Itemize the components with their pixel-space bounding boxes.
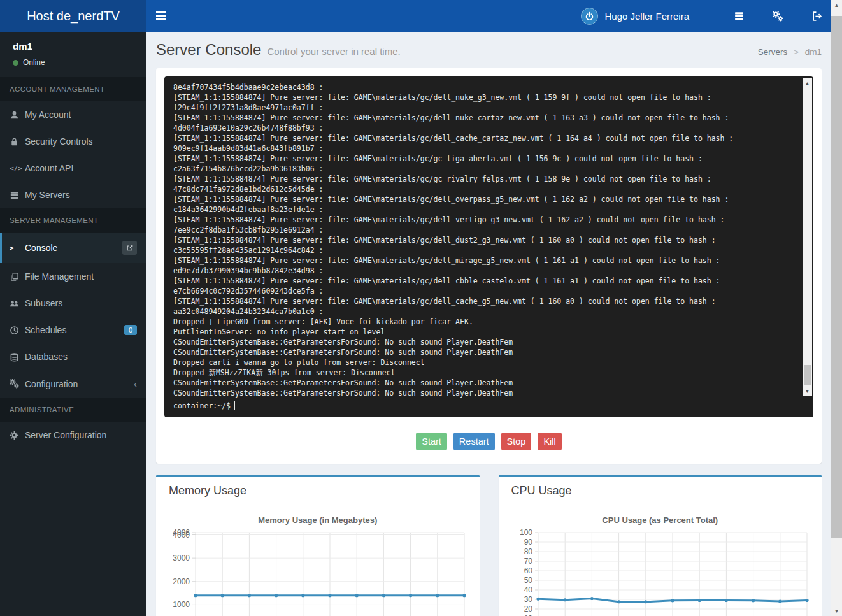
sidebar-toggle-button[interactable] bbox=[146, 0, 176, 32]
scroll-down-arrow-icon[interactable]: ▼ bbox=[803, 387, 812, 396]
svg-text:60: 60 bbox=[524, 566, 532, 575]
brand-title: Host de_nerdTV bbox=[27, 9, 120, 24]
sidebar-section-header: ACCOUNT MANAGEMENT bbox=[0, 77, 146, 101]
console-line: 4d004f1a693e10a29c26b4748f88bf93 : bbox=[173, 123, 804, 133]
sidebar-item-file-management[interactable]: File Management bbox=[0, 263, 146, 290]
sidebar-item-server-configuration[interactable]: Server Configuration bbox=[0, 422, 146, 448]
cpu-panel-title: CPU Usage bbox=[499, 477, 822, 505]
console-line: c184a3642990b4d2febaaf8a23efde1e : bbox=[173, 204, 804, 215]
schedules-badge: 0 bbox=[124, 325, 137, 335]
sidebar-item-security-controls[interactable]: Security Controls bbox=[0, 128, 146, 155]
start-button[interactable]: Start bbox=[416, 433, 447, 450]
sidebar-item-subusers[interactable]: Subusers bbox=[0, 290, 146, 317]
servers-icon[interactable] bbox=[734, 11, 745, 22]
breadcrumb-current: dm1 bbox=[805, 47, 822, 57]
breadcrumb-servers-link[interactable]: Servers bbox=[758, 47, 788, 57]
power-avatar-icon bbox=[581, 8, 598, 25]
scroll-up-arrow-icon[interactable]: ▲ bbox=[831, 0, 842, 10]
restart-button[interactable]: Restart bbox=[453, 433, 495, 450]
external-link-icon[interactable] bbox=[122, 241, 137, 255]
cogs-icon[interactable] bbox=[773, 11, 783, 22]
console-line: [STEAM_1:1:155884874] Pure server: file:… bbox=[173, 154, 804, 164]
console-line: CSoundEmitterSystemBase::GetParametersFo… bbox=[173, 337, 804, 347]
console-line: e7cb6694c0c792d35744609243dce5fa : bbox=[173, 286, 804, 296]
svg-text:40: 40 bbox=[524, 585, 532, 594]
sidebar-item-label: My Servers bbox=[25, 190, 70, 200]
console-line: 7ee9cc2f8dba1f53cb8fb2951e6912a4 : bbox=[173, 225, 804, 235]
svg-text:20: 20 bbox=[524, 605, 532, 613]
breadcrumb: Servers > dm1 bbox=[758, 47, 822, 57]
scroll-up-arrow-icon[interactable]: ▲ bbox=[803, 78, 812, 87]
memory-panel-title: Memory Usage bbox=[156, 477, 480, 505]
code-icon: </> bbox=[10, 164, 25, 173]
sidebar-item-label: Console bbox=[25, 243, 57, 253]
brand-logo[interactable]: Host de_nerdTV bbox=[0, 0, 146, 32]
sidebar-item-configuration[interactable]: Configuration‹ bbox=[0, 370, 146, 398]
terminal-icon: >_ bbox=[10, 244, 25, 252]
svg-text:90: 90 bbox=[524, 538, 532, 547]
sidebar-item-label: Configuration bbox=[25, 379, 78, 389]
sidebar: dm1 Online ACCOUNT MANAGEMENTMy AccountS… bbox=[0, 32, 146, 616]
svg-text:70: 70 bbox=[524, 557, 532, 566]
user-name: Hugo Jeller Ferreira bbox=[604, 11, 689, 22]
lock-icon bbox=[10, 137, 25, 147]
sidebar-item-schedules[interactable]: Schedules0 bbox=[0, 317, 146, 343]
user-menu[interactable]: Hugo Jeller Ferreira bbox=[581, 8, 689, 25]
servers-icon bbox=[10, 190, 25, 200]
page-scrollbar[interactable]: ▲ ▼ bbox=[831, 0, 842, 616]
console-line: 909ec9f14aab9d83d41a6c843fb891b7 : bbox=[173, 143, 804, 154]
console-line: f29c4f9ff2f2731a8d8ae4971ac0a7ff : bbox=[173, 103, 804, 113]
sidebar-item-account-api[interactable]: </>Account API bbox=[0, 155, 146, 182]
scroll-down-arrow-icon[interactable]: ▼ bbox=[831, 606, 842, 616]
kill-button[interactable]: Kill bbox=[538, 433, 561, 450]
cpu-usage-chart: 1009080706050403020100 bbox=[506, 527, 815, 616]
sidebar-item-label: Subusers bbox=[25, 298, 62, 308]
gear-icon bbox=[10, 431, 25, 440]
console-line: 47c8dc741fa972d8e1bd2d612c5d45de : bbox=[173, 184, 804, 194]
svg-text:1000: 1000 bbox=[173, 600, 190, 609]
console-line: [STEAM_1:1:155884874] Pure server: file:… bbox=[173, 235, 804, 245]
console-output[interactable]: 8e4af707434f5b4dbaae9c2ebeac43d8 :[STEAM… bbox=[164, 76, 813, 417]
sidebar-item-label: Security Controls bbox=[25, 136, 93, 147]
stop-button[interactable]: Stop bbox=[501, 433, 532, 450]
svg-text:80: 80 bbox=[524, 547, 532, 556]
console-prompt[interactable]: container:~/$ bbox=[173, 401, 235, 410]
sign-out-icon[interactable] bbox=[811, 11, 822, 22]
hamburger-icon bbox=[156, 11, 166, 13]
console-line: CSoundEmitterSystemBase::GetParametersFo… bbox=[173, 378, 804, 388]
sidebar-item-console[interactable]: >_Console bbox=[0, 233, 146, 263]
sidebar-item-label: Server Configuration bbox=[25, 430, 106, 440]
console-line: [STEAM_1:1:155884874] Pure server: file:… bbox=[173, 133, 804, 143]
console-panel: 8e4af707434f5b4dbaae9c2ebeac43d8 :[STEAM… bbox=[156, 68, 822, 464]
online-status-dot bbox=[13, 60, 18, 66]
sidebar-item-label: File Management bbox=[25, 271, 94, 282]
memory-chart-title: Memory Usage (in Megabytes) bbox=[164, 515, 472, 525]
memory-usage-chart: 409640003000200010000 bbox=[164, 527, 472, 616]
console-scrollbar[interactable]: ▲ ▼ bbox=[803, 78, 812, 396]
sidebar-item-label: Databases bbox=[25, 352, 68, 362]
console-line: PutClientInServer: no info_player_start … bbox=[173, 327, 804, 337]
console-line: 8e4af707434f5b4dbaae9c2ebeac43d8 : bbox=[173, 82, 804, 92]
memory-usage-panel: Memory Usage Memory Usage (in Megabytes)… bbox=[156, 475, 480, 616]
console-line: CSoundEmitterSystemBase::GetParametersFo… bbox=[173, 388, 804, 398]
users-icon bbox=[10, 299, 25, 308]
main-content: Server Console Control your server in re… bbox=[146, 32, 831, 616]
console-line: [STEAM_1:1:155884874] Pure server: file:… bbox=[173, 194, 804, 204]
cpu-usage-panel: CPU Usage CPU Usage (as Percent Total) 1… bbox=[499, 475, 822, 616]
svg-text:50: 50 bbox=[524, 576, 532, 585]
sidebar-item-my-servers[interactable]: My Servers bbox=[0, 182, 146, 208]
console-line: ed9e7d7b37990394bc9bb87842e34d98 : bbox=[173, 266, 804, 276]
sidebar-item-my-account[interactable]: My Account bbox=[0, 101, 146, 128]
sidebar-item-databases[interactable]: Databases bbox=[0, 343, 146, 370]
svg-text:100: 100 bbox=[519, 528, 532, 537]
clock-icon bbox=[10, 326, 25, 335]
database-icon bbox=[10, 352, 25, 362]
console-line: CSoundEmitterSystemBase::GetParametersFo… bbox=[173, 347, 804, 357]
console-line: [STEAM_1:1:155884874] Pure server: file:… bbox=[173, 215, 804, 225]
console-scrollbar-thumb[interactable] bbox=[804, 365, 811, 385]
page-title: Server Console bbox=[156, 41, 261, 59]
console-line: c3c55595ff28ad435ac12914c964c842 : bbox=[173, 245, 804, 255]
chevron-left-icon: ‹ bbox=[134, 378, 137, 389]
sidebar-item-label: My Account bbox=[25, 110, 71, 120]
page-scrollbar-thumb[interactable] bbox=[831, 16, 842, 538]
